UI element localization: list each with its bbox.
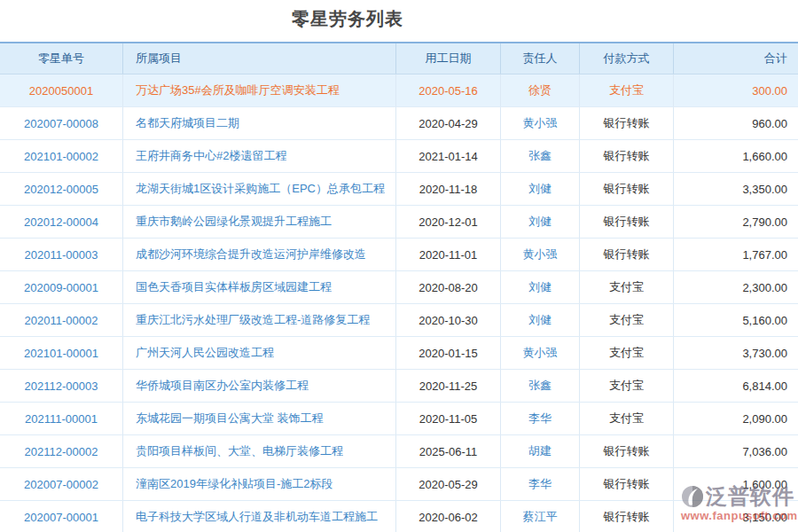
labor-date: 2020-01-15 xyxy=(396,337,501,369)
person-cell: 刘健 xyxy=(501,271,580,303)
person-link[interactable]: 黄小强 xyxy=(523,115,558,131)
page: 零星劳务列表 零星单号所属项目用工日期责任人付款方式合计 2020050001 … xyxy=(0,0,798,532)
payment-method: 银行转账 xyxy=(580,501,674,532)
column-header: 责任人 xyxy=(501,43,580,74)
order-id-link[interactable]: 202101-00001 xyxy=(24,347,98,360)
person-cell: 张鑫 xyxy=(501,370,580,402)
labor-date: 2020-04-29 xyxy=(396,107,501,139)
project-link[interactable]: 电子科技大学区域人行道及非机动车道工程施工 xyxy=(136,509,378,525)
table-row[interactable]: 202007-00002 潼南区2019年绿化补贴项目-施工2标段 2020-0… xyxy=(0,468,798,501)
person-link[interactable]: 刘健 xyxy=(528,312,552,328)
order-id-link[interactable]: 202012-00004 xyxy=(24,215,98,229)
order-id-cell: 202009-00001 xyxy=(0,271,123,303)
order-id-link[interactable]: 202011-00002 xyxy=(25,314,98,327)
labor-date: 2020-11-25 xyxy=(396,370,501,402)
order-id-link[interactable]: 202007-00008 xyxy=(24,117,98,130)
order-id-cell: 202101-00001 xyxy=(0,337,123,369)
payment-method: 支付宝 xyxy=(580,370,674,402)
project-link[interactable]: 名都天府城项目二期 xyxy=(136,115,239,131)
project-link[interactable]: 龙湖天街城1区设计采购施工（EPC）总承包工程 xyxy=(136,181,385,197)
project-cell: 名都天府城项目二期 xyxy=(123,107,396,139)
project-link[interactable]: 潼南区2019年绿化补贴项目-施工2标段 xyxy=(136,476,332,492)
person-link[interactable]: 黄小强 xyxy=(523,345,558,361)
order-id-cell: 202011-00003 xyxy=(0,239,123,270)
order-id-link[interactable]: 202007-00001 xyxy=(24,511,98,524)
person-cell: 胡建 xyxy=(501,435,580,467)
total-amount: 7,036.00 xyxy=(674,435,798,467)
project-link[interactable]: 国色天香项目实体样板房区域园建工程 xyxy=(136,279,332,295)
person-link[interactable]: 刘健 xyxy=(528,181,552,197)
project-link[interactable]: 王府井商务中心#2楼遗留工程 xyxy=(136,148,286,164)
project-link[interactable]: 华侨城项目南区办公室内装修工程 xyxy=(136,378,309,394)
table-row[interactable]: 202101-00001 广州天河人民公园改造工程 2020-01-15 黄小强… xyxy=(0,337,798,370)
order-id-link[interactable]: 202009-00001 xyxy=(24,281,98,294)
order-id-cell: 202012-00004 xyxy=(0,206,123,238)
project-link[interactable]: 成都沙河环境综合提升改造运河护岸维修改造 xyxy=(136,246,366,262)
project-link[interactable]: 东城花园一期项目公寓大堂 装饰工程 xyxy=(136,411,324,426)
person-cell: 徐贤 xyxy=(501,74,580,106)
project-cell: 重庆市鹅岭公园绿化景观提升工程施工 xyxy=(123,206,396,238)
table-row[interactable]: 202012-00005 龙湖天街城1区设计采购施工（EPC）总承包工程 202… xyxy=(0,173,798,206)
person-link[interactable]: 胡建 xyxy=(528,443,552,459)
project-link[interactable]: 贵阳项目样板间、大堂、电梯厅装修工程 xyxy=(136,443,343,459)
labor-date: 2020-06-02 xyxy=(396,501,501,532)
table-row[interactable]: 202111-00001 东城花园一期项目公寓大堂 装饰工程 2020-11-0… xyxy=(0,403,798,435)
person-cell: 蔡江平 xyxy=(501,501,580,532)
order-id-link[interactable]: 202112-00002 xyxy=(25,445,98,458)
order-id-link[interactable]: 202101-00002 xyxy=(24,150,98,163)
total-amount: 2,090.00 xyxy=(674,403,798,434)
column-header: 零星单号 xyxy=(0,43,123,74)
table-row[interactable]: 202012-00004 重庆市鹅岭公园绿化景观提升工程施工 2020-12-0… xyxy=(0,206,798,239)
person-link[interactable]: 刘健 xyxy=(528,214,552,230)
table-row[interactable]: 202112-00002 贵阳项目样板间、大堂、电梯厅装修工程 2025-06-… xyxy=(0,435,798,468)
person-link[interactable]: 黄小强 xyxy=(523,246,558,262)
table-row[interactable]: 202007-00008 名都天府城项目二期 2020-04-29 黄小强 银行… xyxy=(0,107,798,140)
project-cell: 东城花园一期项目公寓大堂 装饰工程 xyxy=(123,403,396,434)
total-amount: 1,660.00 xyxy=(674,140,798,172)
labor-date: 2020-11-05 xyxy=(396,403,501,434)
person-cell: 刘健 xyxy=(501,206,580,238)
person-link[interactable]: 张鑫 xyxy=(528,378,552,394)
payment-method: 银行转账 xyxy=(580,107,674,139)
project-link[interactable]: 重庆江北污水处理厂级改造工程-道路修复工程 xyxy=(136,312,370,328)
project-link[interactable]: 重庆市鹅岭公园绿化景观提升工程施工 xyxy=(136,214,332,230)
person-link[interactable]: 李华 xyxy=(528,411,552,426)
table-row[interactable]: 202007-00001 电子科技大学区域人行道及非机动车道工程施工 2020-… xyxy=(0,501,798,532)
table-body: 2020050001 万达广场35#会所及咖啡厅空调安装工程 2020-05-1… xyxy=(0,74,798,532)
order-id-link[interactable]: 2020050001 xyxy=(29,84,93,98)
total-amount: 300.00 xyxy=(674,74,798,106)
order-id-cell: 202112-00002 xyxy=(0,435,123,467)
person-link[interactable]: 张鑫 xyxy=(528,148,552,164)
person-cell: 李华 xyxy=(501,403,580,434)
table-row[interactable]: 202011-00003 成都沙河环境综合提升改造运河护岸维修改造 2020-1… xyxy=(0,239,798,271)
project-cell: 重庆江北污水处理厂级改造工程-道路修复工程 xyxy=(123,304,396,336)
person-link[interactable]: 蔡江平 xyxy=(523,509,558,525)
project-link[interactable]: 万达广场35#会所及咖啡厅空调安装工程 xyxy=(136,82,340,98)
person-cell: 黄小强 xyxy=(501,107,580,139)
table-row[interactable]: 202101-00002 王府井商务中心#2楼遗留工程 2021-01-14 张… xyxy=(0,140,798,173)
order-id-link[interactable]: 202111-00001 xyxy=(25,412,98,426)
order-id-link[interactable]: 202007-00002 xyxy=(24,478,98,491)
project-cell: 潼南区2019年绿化补贴项目-施工2标段 xyxy=(123,468,396,500)
table-row[interactable]: 202112-00003 华侨城项目南区办公室内装修工程 2020-11-25 … xyxy=(0,370,798,403)
person-link[interactable]: 刘健 xyxy=(528,279,552,295)
column-header: 合计 xyxy=(674,43,798,74)
payment-method: 银行转账 xyxy=(580,239,674,270)
table-row[interactable]: 202011-00002 重庆江北污水处理厂级改造工程-道路修复工程 2020-… xyxy=(0,304,798,337)
person-link[interactable]: 徐贤 xyxy=(528,82,552,98)
labor-date: 2020-08-20 xyxy=(396,271,501,303)
payment-method: 银行转账 xyxy=(580,173,674,205)
labor-date: 2020-05-29 xyxy=(396,468,501,500)
order-id-link[interactable]: 202011-00003 xyxy=(25,248,98,262)
project-cell: 电子科技大学区域人行道及非机动车道工程施工 xyxy=(123,501,396,532)
project-link[interactable]: 广州天河人民公园改造工程 xyxy=(136,345,274,361)
order-id-link[interactable]: 202112-00003 xyxy=(25,379,98,393)
table-row[interactable]: 2020050001 万达广场35#会所及咖啡厅空调安装工程 2020-05-1… xyxy=(0,74,798,107)
order-id-cell: 202007-00001 xyxy=(0,501,123,532)
order-id-link[interactable]: 202012-00005 xyxy=(24,183,98,196)
column-header: 用工日期 xyxy=(396,43,501,74)
person-link[interactable]: 李华 xyxy=(528,476,552,492)
labor-date: 2020-10-30 xyxy=(396,304,501,336)
labor-date: 2020-12-01 xyxy=(396,206,501,238)
table-row[interactable]: 202009-00001 国色天香项目实体样板房区域园建工程 2020-08-2… xyxy=(0,271,798,304)
